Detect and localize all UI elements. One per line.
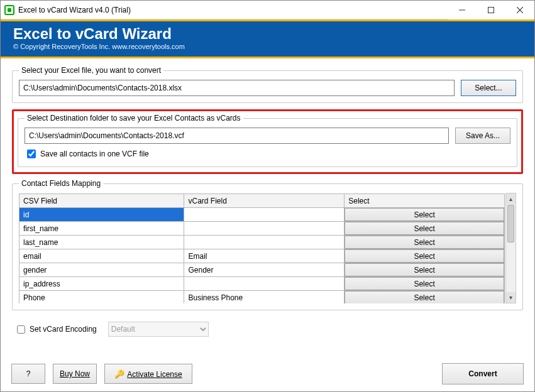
vcard-field-cell[interactable]: Gender (184, 263, 345, 277)
select-cell: Select (345, 291, 505, 304)
select-cell: Select (345, 208, 505, 222)
csv-field-cell[interactable]: ip_address (19, 277, 184, 291)
csv-field-cell[interactable]: last_name (19, 236, 184, 249)
table-row[interactable]: last_nameSelect (19, 236, 505, 249)
col-vcard[interactable]: vCard Field (184, 194, 345, 208)
buy-now-button[interactable]: Buy Now (53, 364, 97, 384)
table-row[interactable]: first_nameSelect (19, 222, 505, 236)
set-encoding-label: Set vCard Encoding (30, 325, 97, 334)
app-title: Excel to vCard Wizard (13, 25, 522, 43)
vcard-field-cell[interactable] (184, 208, 345, 222)
select-mapping-button[interactable]: Select (345, 222, 504, 235)
single-vcf-label: Save all contacts in one VCF file (40, 150, 149, 158)
select-mapping-button[interactable]: Select (345, 208, 504, 221)
activate-license-button[interactable]: 🔑Activate License (104, 364, 192, 384)
select-mapping-button[interactable]: Select (345, 277, 504, 290)
destination-path-input[interactable] (25, 128, 449, 144)
save-as-button[interactable]: Save As... (455, 128, 510, 144)
minimize-button[interactable] (448, 1, 477, 19)
destination-highlight: Select Destination folder to save your E… (12, 109, 523, 174)
mapping-table: CSV Field vCard Field Select idSelectfir… (19, 193, 505, 303)
source-file-legend: Select your Excel file, you want to conv… (19, 66, 163, 75)
csv-field-cell[interactable]: Phone (19, 291, 184, 304)
vcard-field-cell[interactable]: Email (184, 249, 345, 263)
csv-field-cell[interactable]: id (19, 208, 184, 222)
select-mapping-button[interactable]: Select (345, 291, 504, 303)
select-cell: Select (345, 236, 505, 249)
encoding-select[interactable]: Default (108, 322, 209, 337)
vcard-field-cell[interactable] (184, 277, 345, 291)
destination-legend: Select Destination folder to save your E… (25, 114, 243, 122)
set-encoding-checkbox[interactable] (17, 325, 25, 334)
mapping-scrollbar[interactable]: ▴ ▾ (505, 193, 516, 303)
scroll-thumb[interactable] (507, 205, 514, 242)
select-cell: Select (345, 249, 505, 263)
source-file-group: Select your Excel file, you want to conv… (12, 66, 523, 103)
mapping-header-row: CSV Field vCard Field Select (19, 194, 505, 208)
select-cell: Select (345, 277, 505, 291)
select-mapping-button[interactable]: Select (345, 236, 504, 249)
table-row[interactable]: PhoneBusiness PhoneSelect (19, 291, 505, 304)
key-icon: 🔑 (114, 369, 124, 379)
csv-field-cell[interactable]: first_name (19, 222, 184, 236)
single-vcf-checkbox[interactable] (27, 150, 36, 158)
copyright-text: © Copyright RecoveryTools Inc. www.recov… (13, 43, 522, 50)
mapping-group: Contact Fields Mapping CSV Field vCard F… (12, 179, 523, 310)
select-mapping-button[interactable]: Select (345, 249, 504, 263)
footer-bar: ? Buy Now 🔑Activate License Convert (0, 357, 535, 392)
table-row[interactable]: genderGenderSelect (19, 263, 505, 277)
table-row[interactable]: emailEmailSelect (19, 249, 505, 263)
vcard-field-cell[interactable] (184, 236, 345, 249)
app-logo-icon (4, 5, 14, 15)
vcard-field-cell[interactable]: Business Phone (184, 291, 345, 304)
select-mapping-button[interactable]: Select (345, 263, 504, 276)
header-band: Excel to vCard Wizard © Copyright Recove… (1, 19, 534, 58)
col-csv[interactable]: CSV Field (19, 194, 184, 208)
select-cell: Select (345, 263, 505, 277)
table-row[interactable]: idSelect (19, 208, 505, 222)
csv-field-cell[interactable]: gender (19, 263, 184, 277)
svg-rect-1 (488, 8, 494, 13)
convert-button[interactable]: Convert (442, 363, 524, 384)
scroll-up-icon[interactable]: ▴ (506, 193, 516, 204)
titlebar: Excel to vCard Wizard v4.0 (Trial) (1, 1, 534, 19)
select-cell: Select (345, 222, 505, 236)
maximize-button[interactable] (477, 1, 505, 19)
source-path-input[interactable] (19, 80, 455, 96)
table-row[interactable]: ip_addressSelect (19, 277, 505, 291)
window-title: Excel to vCard Wizard v4.0 (Trial) (18, 6, 131, 14)
close-button[interactable] (505, 1, 534, 19)
csv-field-cell[interactable]: email (19, 249, 184, 263)
vcard-field-cell[interactable] (184, 222, 345, 236)
destination-group: Select Destination folder to save your E… (18, 114, 517, 167)
scroll-down-icon[interactable]: ▾ (506, 292, 516, 303)
help-button[interactable]: ? (11, 364, 45, 384)
col-select[interactable]: Select (345, 194, 505, 208)
select-source-button[interactable]: Select... (461, 80, 516, 96)
mapping-legend: Contact Fields Mapping (19, 179, 103, 188)
